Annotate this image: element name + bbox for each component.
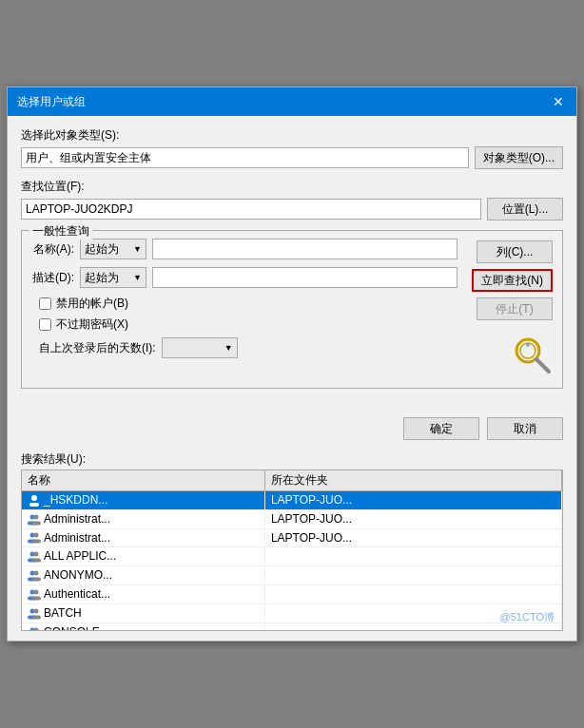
svg-point-4 — [31, 495, 37, 501]
location-row: 位置(L)... — [21, 198, 563, 220]
desc-text-input[interactable] — [152, 267, 457, 288]
group-left: 名称(A): 起始为 ▼ 描述(D): 起始为 ▼ — [31, 239, 457, 378]
general-query-group: 一般性查询 名称(A): 起始为 ▼ 描述(D): — [21, 230, 563, 389]
disabled-accounts-label: 禁用的帐户(B) — [56, 296, 128, 312]
name-label: 名称(A): — [31, 241, 74, 258]
col-header-name: 名称 — [22, 470, 264, 491]
object-type-row: 对象类型(O)... — [21, 146, 563, 169]
search-icon — [513, 335, 553, 375]
svg-point-15 — [34, 552, 39, 557]
disabled-accounts-row: 禁用的帐户(B) — [31, 296, 457, 312]
cell-folder — [264, 547, 561, 566]
title-bar: 选择用户或组 ✕ — [8, 87, 576, 116]
cell-folder: LAPTOP-JUO... — [264, 528, 561, 547]
svg-point-23 — [34, 589, 39, 594]
table-header-row: 名称 所在文件夹 — [22, 470, 562, 491]
name-combo-arrow: ▼ — [133, 244, 142, 254]
cell-name: ANONYMO... — [22, 566, 264, 585]
group-right: 列(C)... 立即查找(N) 停止(T) — [467, 239, 553, 378]
table-row[interactable]: Administrat...LAPTOP-JUO... — [22, 528, 562, 547]
table-row[interactable]: Administrat...LAPTOP-JUO... — [22, 509, 562, 528]
watermark: @51CTO博 — [500, 610, 555, 624]
table-row[interactable]: BATCH — [22, 603, 562, 623]
table-row[interactable]: Authenticat... — [22, 585, 562, 604]
cell-folder: LAPTOP-JUO... — [264, 491, 561, 510]
cell-name: CONSOLE ... — [22, 623, 264, 631]
svg-rect-29 — [32, 615, 41, 619]
cell-name: _HSKDDN... — [22, 491, 264, 510]
no-expire-pwd-label: 不过期密码(X) — [56, 316, 128, 333]
cell-name: Administrat... — [22, 528, 264, 547]
table-row[interactable]: ANONYMO... — [22, 566, 562, 585]
table-row[interactable]: _HSKDDN...LAPTOP-JUO... — [22, 491, 562, 510]
no-expire-pwd-row: 不过期密码(X) — [31, 316, 457, 333]
cell-name: BATCH — [22, 603, 264, 623]
results-table: 名称 所在文件夹 _HSKDDN...LAPTOP-JUO...Administ… — [22, 470, 562, 631]
svg-point-11 — [34, 533, 39, 538]
cell-folder — [264, 585, 561, 604]
cell-folder: LAPTOP-JUO... — [264, 509, 561, 528]
desc-label: 描述(D): — [31, 270, 74, 286]
location-label: 查找位置(F): — [21, 179, 563, 195]
object-type-button[interactable]: 对象类型(O)... — [475, 146, 563, 169]
days-combo[interactable]: ▼ — [162, 337, 238, 358]
object-type-label: 选择此对象类型(S): — [21, 127, 563, 144]
svg-point-3 — [526, 343, 530, 347]
results-body: _HSKDDN...LAPTOP-JUO...Administrat...LAP… — [22, 491, 562, 632]
desc-query-row: 描述(D): 起始为 ▼ — [31, 267, 457, 288]
stop-button[interactable]: 停止(T) — [477, 297, 553, 320]
days-row: 自上次登录后的天数(I): ▼ — [31, 337, 457, 358]
name-text-input[interactable] — [152, 239, 457, 259]
cancel-button[interactable]: 取消 — [487, 417, 563, 440]
no-expire-pwd-checkbox[interactable] — [39, 318, 51, 331]
col-header-folder: 所在文件夹 — [264, 470, 561, 491]
svg-point-27 — [34, 608, 39, 613]
object-type-input[interactable] — [21, 147, 469, 168]
cell-name: Authenticat... — [22, 585, 264, 604]
svg-rect-9 — [32, 521, 41, 525]
svg-rect-13 — [32, 540, 41, 544]
svg-point-31 — [34, 627, 39, 631]
search-results-label: 搜索结果(U): — [21, 451, 563, 468]
table-row[interactable]: CONSOLE ... — [22, 623, 562, 631]
svg-rect-17 — [32, 559, 41, 563]
days-combo-arrow: ▼ — [224, 343, 233, 353]
desc-combo[interactable]: 起始为 ▼ — [80, 267, 146, 288]
svg-rect-21 — [32, 578, 41, 582]
select-user-dialog: 选择用户或组 ✕ 选择此对象类型(S): 对象类型(O)... 查找位置(F):… — [7, 86, 577, 642]
svg-rect-25 — [32, 596, 41, 600]
disabled-accounts-checkbox[interactable] — [39, 297, 51, 310]
dialog-title: 选择用户或组 — [17, 94, 86, 110]
name-query-row: 名称(A): 起始为 ▼ — [31, 239, 457, 259]
dialog-body: 选择此对象类型(S): 对象类型(O)... 查找位置(F): 位置(L)...… — [8, 116, 576, 410]
group-content: 名称(A): 起始为 ▼ 描述(D): 起始为 ▼ — [31, 239, 553, 378]
col-button[interactable]: 列(C)... — [477, 240, 553, 263]
svg-point-19 — [34, 571, 39, 576]
cell-folder — [264, 566, 561, 585]
location-input[interactable] — [21, 199, 481, 220]
group-box-title: 一般性查询 — [29, 223, 92, 239]
close-button[interactable]: ✕ — [550, 93, 567, 110]
svg-line-2 — [536, 359, 549, 372]
search-now-button[interactable]: 立即查找(N) — [472, 269, 553, 292]
cell-name: ALL APPLIC... — [22, 547, 264, 566]
name-combo[interactable]: 起始为 ▼ — [80, 239, 146, 259]
search-icon-area — [513, 335, 553, 378]
days-label: 自上次登录后的天数(I): — [39, 340, 156, 356]
cell-name: Administrat... — [22, 509, 264, 528]
results-table-container[interactable]: 名称 所在文件夹 _HSKDDN...LAPTOP-JUO...Administ… — [21, 469, 563, 631]
ok-cancel-row: 确定 取消 — [8, 410, 576, 448]
table-row[interactable]: ALL APPLIC... — [22, 547, 562, 566]
svg-rect-5 — [29, 503, 39, 507]
ok-button[interactable]: 确定 — [403, 417, 479, 440]
location-button[interactable]: 位置(L)... — [487, 198, 563, 220]
desc-combo-arrow: ▼ — [133, 273, 142, 282]
svg-point-7 — [34, 514, 39, 519]
